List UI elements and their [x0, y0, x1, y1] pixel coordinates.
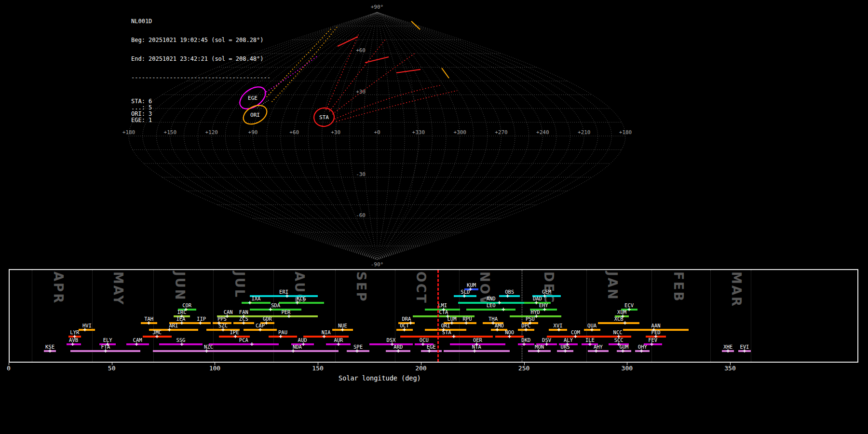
- shower-count-line: STA: 6: [131, 98, 271, 105]
- obs-end: End: 20251021 23:42:21 (sol = 208.48°): [131, 56, 271, 62]
- latitude-label: +30: [356, 89, 366, 95]
- shower-count-line: ...: 5: [131, 105, 271, 111]
- latitude-label: +60: [356, 47, 366, 54]
- sky-meridian: [377, 13, 474, 260]
- axis-tick-label: 300: [622, 365, 633, 371]
- shower-count-line: EGE: 1: [131, 117, 271, 123]
- meteor-trail: [335, 85, 440, 119]
- latitude-label: -60: [356, 212, 366, 218]
- meteor-trail: [338, 37, 358, 46]
- longitude-label: +210: [578, 129, 591, 136]
- header-separator: ----------------------------------------: [131, 75, 271, 81]
- radiant-label-sta: STA: [319, 114, 329, 121]
- observation-header: NL001D Beg: 20251021 19:02:45 (sol = 208…: [131, 6, 271, 136]
- longitude-label: +240: [536, 129, 549, 136]
- sky-meridian: [377, 13, 391, 260]
- obs-begin: Beg: 20251021 19:02:45 (sol = 208.28°): [131, 37, 271, 43]
- meteor-trail: [336, 91, 457, 122]
- latitude-label: +90°: [371, 4, 384, 10]
- sky-projection-map: +180+150+120+90+60+30+0+330+300+270+240+…: [0, 0, 868, 269]
- station-id: NL001D: [131, 18, 271, 25]
- latitude-label: -30: [356, 171, 366, 177]
- axis-tick-label: 0: [7, 365, 11, 371]
- longitude-label: +270: [495, 129, 508, 136]
- meteor-trail: [411, 21, 420, 29]
- longitude-label: +300: [453, 129, 466, 136]
- meteor-trail: [326, 34, 359, 110]
- longitude-label: +30: [331, 129, 340, 136]
- sky-meridian: [377, 13, 419, 260]
- x-axis-label: Solar longitude (deg): [339, 374, 421, 382]
- axis-tick-label: 200: [415, 365, 426, 371]
- shower-count-list: STA: 6...: 5ORI: 3EGE: 1: [131, 98, 271, 123]
- axis-tick-label: 150: [312, 365, 323, 371]
- longitude-label: +60: [289, 129, 299, 136]
- shower-count-line: ORI: 3: [131, 111, 271, 117]
- meteor-trail: [442, 68, 449, 78]
- timeline-plot-border: [9, 269, 858, 363]
- meteor-trail: [271, 27, 337, 103]
- axis-tick-label: 100: [209, 365, 220, 371]
- latitude-label: -90°: [371, 261, 384, 268]
- axis-tick-label: 50: [108, 365, 116, 371]
- sky-meridian: [377, 13, 405, 260]
- axis-tick-label: 350: [724, 365, 735, 371]
- longitude-label: +330: [412, 129, 425, 136]
- longitude-label: +180: [619, 129, 632, 136]
- meteor-trail: [396, 69, 420, 73]
- axis-tick-label: 250: [518, 365, 529, 371]
- longitude-label: +0: [374, 129, 380, 136]
- sky-meridian: [377, 13, 570, 260]
- meteor-station-plot: +180+150+120+90+60+30+0+330+300+270+240+…: [0, 0, 868, 434]
- meteor-trail: [264, 56, 317, 93]
